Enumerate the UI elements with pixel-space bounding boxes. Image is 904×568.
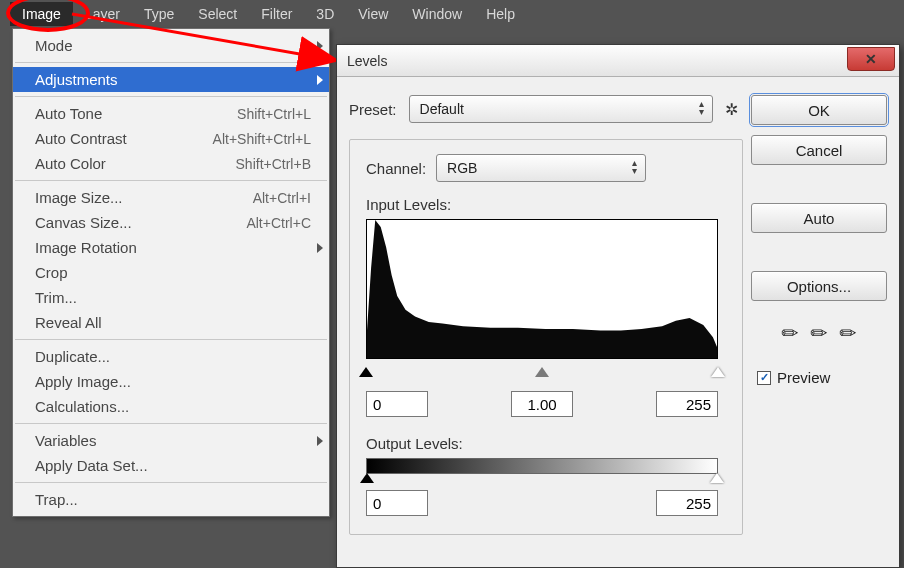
menu-item-mode[interactable]: Mode [13, 33, 329, 58]
chevron-right-icon [317, 41, 323, 51]
menu-item-label: Adjustments [35, 71, 118, 88]
channel-label: Channel: [366, 160, 426, 177]
menu-view[interactable]: View [346, 2, 400, 26]
menu-separator [15, 96, 327, 97]
menu-item-duplicate[interactable]: Duplicate... [13, 344, 329, 369]
input-levels-slider[interactable] [366, 367, 718, 377]
gear-icon[interactable]: ✲ [725, 100, 743, 118]
menu-help[interactable]: Help [474, 2, 527, 26]
eyedropper-gray-icon[interactable]: ✎ [805, 319, 834, 348]
menu-item-canvas-size[interactable]: Canvas Size...Alt+Ctrl+C [13, 210, 329, 235]
menu-separator [15, 339, 327, 340]
menu-item-apply-image[interactable]: Apply Image... [13, 369, 329, 394]
output-black-field[interactable] [366, 490, 428, 516]
menu-item-auto-tone[interactable]: Auto ToneShift+Ctrl+L [13, 101, 329, 126]
input-gamma-field[interactable] [511, 391, 573, 417]
dialog-title: Levels [347, 53, 387, 69]
input-black-field[interactable] [366, 391, 428, 417]
app-menubar: Image Layer Type Select Filter 3D View W… [0, 0, 904, 28]
image-menu-dropdown: Mode Adjustments Auto ToneShift+Ctrl+L A… [12, 28, 330, 517]
black-point-handle[interactable] [359, 367, 373, 377]
menu-item-trim[interactable]: Trim... [13, 285, 329, 310]
menu-3d[interactable]: 3D [304, 2, 346, 26]
cancel-button[interactable]: Cancel [751, 135, 887, 165]
chevron-right-icon [317, 243, 323, 253]
menu-window[interactable]: Window [400, 2, 474, 26]
input-levels-label: Input Levels: [366, 196, 726, 213]
channel-fieldset: Channel: RGB ▴▾ Input Levels: [349, 139, 743, 535]
chevron-right-icon [317, 436, 323, 446]
menu-item-trap[interactable]: Trap... [13, 487, 329, 512]
menu-item-auto-color[interactable]: Auto ColorShift+Ctrl+B [13, 151, 329, 176]
gamma-handle[interactable] [535, 367, 549, 377]
output-levels-slider[interactable] [366, 458, 718, 474]
menu-select[interactable]: Select [186, 2, 249, 26]
dialog-titlebar[interactable]: Levels ✕ [337, 45, 899, 77]
output-black-handle[interactable] [360, 473, 374, 483]
output-white-handle[interactable] [710, 473, 724, 483]
menu-item-adjustments[interactable]: Adjustments [13, 67, 329, 92]
menu-item-label: Mode [35, 37, 73, 54]
menu-layer[interactable]: Layer [73, 2, 132, 26]
menu-separator [15, 180, 327, 181]
preset-select[interactable]: Default ▴▾ [409, 95, 713, 123]
white-point-handle[interactable] [711, 367, 725, 377]
menu-item-calculations[interactable]: Calculations... [13, 394, 329, 419]
options-button[interactable]: Options... [751, 271, 887, 301]
menu-item-auto-contrast[interactable]: Auto ContrastAlt+Shift+Ctrl+L [13, 126, 329, 151]
chevron-updown-icon: ▴▾ [632, 159, 637, 175]
menu-image[interactable]: Image [10, 2, 73, 26]
chevron-right-icon [317, 75, 323, 85]
chevron-updown-icon: ▴▾ [699, 100, 704, 116]
menu-item-crop[interactable]: Crop [13, 260, 329, 285]
close-icon: ✕ [865, 51, 877, 67]
menu-item-image-size[interactable]: Image Size...Alt+Ctrl+I [13, 185, 329, 210]
menu-filter[interactable]: Filter [249, 2, 304, 26]
eyedropper-group: ✎ ✎ ✎ [751, 321, 887, 345]
menu-type[interactable]: Type [132, 2, 186, 26]
menu-item-reveal-all[interactable]: Reveal All [13, 310, 329, 335]
menu-separator [15, 62, 327, 63]
output-white-field[interactable] [656, 490, 718, 516]
ok-button[interactable]: OK [751, 95, 887, 125]
menu-item-apply-data-set[interactable]: Apply Data Set... [13, 453, 329, 478]
menu-separator [15, 482, 327, 483]
preview-label: Preview [777, 369, 830, 386]
output-levels-label: Output Levels: [366, 435, 726, 452]
menu-item-image-rotation[interactable]: Image Rotation [13, 235, 329, 260]
input-white-field[interactable] [656, 391, 718, 417]
preset-label: Preset: [349, 101, 397, 118]
preview-checkbox[interactable]: ✓ [757, 371, 771, 385]
menu-item-variables[interactable]: Variables [13, 428, 329, 453]
channel-select[interactable]: RGB ▴▾ [436, 154, 646, 182]
eyedropper-white-icon[interactable]: ✎ [834, 319, 863, 348]
levels-dialog: Levels ✕ Preset: Default ▴▾ ✲ Channel: R… [336, 44, 900, 568]
close-button[interactable]: ✕ [847, 47, 895, 71]
auto-button[interactable]: Auto [751, 203, 887, 233]
eyedropper-black-icon[interactable]: ✎ [776, 319, 805, 348]
histogram [366, 219, 718, 359]
menu-separator [15, 423, 327, 424]
